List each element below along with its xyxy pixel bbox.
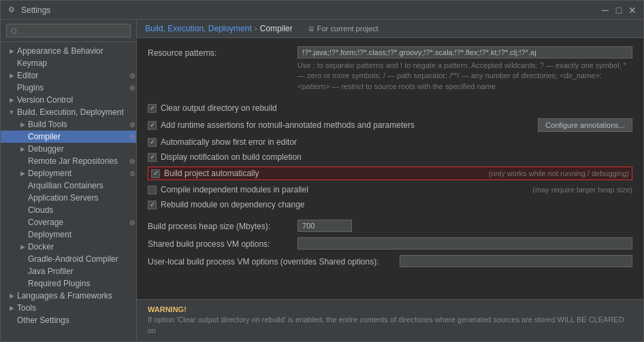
heap-size-label: Build process heap size (Mbytes):: [148, 220, 297, 231]
sidebar-item-app-servers[interactable]: Application Servers: [1, 192, 136, 204]
deployment-settings-btn[interactable]: ⚙: [129, 169, 136, 178]
maximize-button[interactable]: □: [613, 5, 624, 16]
for-current-project-label: For current project: [317, 24, 379, 33]
app-icon: ⚙: [6, 5, 17, 16]
checkbox-display-notification: Display notification on build completion: [148, 152, 632, 163]
sidebar-item-arquillian[interactable]: Arquillian Containers: [1, 179, 136, 192]
sidebar-item-build-tools[interactable]: Build Tools ⚙: [1, 118, 136, 131]
configure-annotations-button[interactable]: Configure annotations...: [538, 118, 632, 132]
panel-body: Resource patterns: Use ; to separate pat…: [137, 38, 643, 299]
sidebar-tree: Appearance & Behavior Keymap Editor ⚙ Pl…: [1, 42, 136, 341]
arrow-icon: [6, 48, 17, 54]
user-vm-control: [400, 255, 632, 267]
minimize-button[interactable]: ─: [600, 5, 611, 16]
breadcrumb: Build, Execution, Deployment › Compiler: [145, 24, 293, 33]
checkbox-add-runtime: Add runtime assertions for notnull-annot…: [148, 118, 632, 133]
sidebar-item-debugger[interactable]: Debugger: [1, 143, 136, 155]
remote-jar-settings-btn[interactable]: ⚙: [129, 157, 136, 166]
checkbox-rebuild-module: Rebuild module on dependency change: [148, 199, 632, 210]
sidebar-item-plugins[interactable]: Plugins ⚙: [1, 82, 136, 94]
checkbox-show-error-label: Automatically show first error in editor: [161, 137, 632, 147]
arrow-icon: [6, 72, 17, 79]
sidebar-item-required-plugins[interactable]: Required Plugins: [1, 277, 136, 290]
panel-header: Build, Execution, Deployment › Compiler …: [137, 20, 643, 38]
divider: [148, 97, 632, 103]
sidebar-item-coverage[interactable]: Coverage ⚙: [1, 216, 136, 228]
compile-parallel-note: (may require larger heap size): [532, 186, 632, 194]
sidebar-item-gradle-android[interactable]: Gradle-Android Compiler: [1, 253, 136, 265]
checkbox-add-runtime-label: Add runtime assertions for notnull-annot…: [161, 120, 528, 130]
checkbox-clear-output-input[interactable]: [148, 104, 157, 113]
resource-patterns-row: Resource patterns: Use ; to separate pat…: [148, 46, 632, 92]
sidebar-item-deployment2[interactable]: Deployment: [1, 228, 136, 241]
coverage-settings-btn[interactable]: ⚙: [129, 218, 136, 227]
plugins-settings-btn[interactable]: ⚙: [129, 84, 136, 92]
sidebar-item-editor[interactable]: Editor ⚙: [1, 69, 136, 82]
warning-box: WARNING! If option 'Clear output directo…: [137, 299, 643, 341]
sidebar-item-keymap[interactable]: Keymap: [1, 57, 136, 69]
settings-window: ⚙ Settings ─ □ ✕ Appearance & Behavior: [0, 0, 644, 342]
sidebar-item-version-control[interactable]: Version Control: [1, 94, 136, 106]
user-vm-row: User-local build process VM options (ove…: [148, 255, 632, 267]
sidebar-item-docker[interactable]: Docker: [1, 241, 136, 253]
shared-vm-label: Shared build process VM options:: [148, 237, 297, 249]
build-auto-note: (only works while not running / debuggin…: [489, 169, 629, 177]
arrow-icon: [17, 121, 28, 128]
main-content: Appearance & Behavior Keymap Editor ⚙ Pl…: [1, 20, 643, 341]
checkbox-display-notification-input[interactable]: [148, 153, 157, 162]
checkbox-build-auto-input[interactable]: [151, 169, 160, 178]
divider2: [148, 214, 632, 220]
sidebar: Appearance & Behavior Keymap Editor ⚙ Pl…: [1, 20, 137, 341]
user-vm-input[interactable]: [400, 255, 632, 267]
shared-vm-input[interactable]: [297, 237, 632, 250]
arrow-icon: [17, 243, 28, 250]
checkbox-build-auto: Build project automatically (only works …: [148, 167, 632, 180]
sidebar-item-compiler[interactable]: Compiler ⚙: [1, 131, 136, 143]
window-title: Settings: [21, 5, 50, 15]
project-icon: 🖥: [308, 25, 315, 33]
heap-size-input[interactable]: [297, 220, 352, 232]
shared-vm-control: [297, 237, 632, 250]
checkbox-clear-output: Clear output directory on rebuild: [148, 103, 632, 114]
search-input[interactable]: [6, 24, 131, 37]
arrow-icon: [6, 97, 17, 103]
checkbox-show-error-input[interactable]: [148, 138, 157, 147]
checkbox-rebuild-module-input[interactable]: [148, 201, 157, 209]
breadcrumb-parent[interactable]: Build, Execution, Deployment: [145, 24, 252, 33]
title-bar: ⚙ Settings ─ □ ✕: [1, 1, 643, 20]
arrow-icon: [17, 146, 28, 152]
arrow-icon: [6, 109, 17, 116]
checkbox-compile-parallel-label: Compile independent modules in parallel: [161, 185, 520, 194]
heap-size-control: [297, 220, 632, 232]
resource-patterns-input[interactable]: [297, 46, 632, 58]
sidebar-item-java-profiler[interactable]: Java Profiler: [1, 265, 136, 277]
checkbox-build-auto-label: Build project automatically: [164, 169, 477, 178]
sidebar-item-tools[interactable]: Tools: [1, 302, 136, 314]
arrow-icon: [6, 292, 17, 299]
sidebar-item-languages[interactable]: Languages & Frameworks: [1, 290, 136, 302]
sidebar-item-other-settings[interactable]: Other Settings: [1, 314, 136, 326]
checkbox-add-runtime-input[interactable]: [148, 121, 157, 130]
close-button[interactable]: ✕: [627, 5, 638, 16]
build-tools-settings-btn[interactable]: ⚙: [129, 120, 136, 129]
sidebar-item-appearance[interactable]: Appearance & Behavior: [1, 45, 136, 57]
for-current-project: 🖥 For current project: [308, 24, 379, 33]
breadcrumb-current: Compiler: [260, 24, 293, 33]
compiler-settings-btn[interactable]: ⚙: [129, 133, 136, 141]
breadcrumb-separator: ›: [255, 24, 257, 33]
arrow-icon: [6, 305, 17, 311]
arrow-icon: [17, 170, 28, 177]
checkbox-compile-parallel-input[interactable]: [148, 186, 157, 194]
sidebar-item-clouds[interactable]: Clouds: [1, 204, 136, 216]
checkbox-display-notification-label: Display notification on build completion: [161, 152, 632, 162]
heap-size-row: Build process heap size (Mbytes):: [148, 220, 632, 232]
checkbox-rebuild-module-label: Rebuild module on dependency change: [161, 200, 632, 209]
sidebar-item-remote-jar[interactable]: Remote Jar Repositories ⚙: [1, 155, 136, 167]
sidebar-item-build-exec[interactable]: Build, Execution, Deployment: [1, 106, 136, 118]
warning-title: WARNING!: [148, 305, 632, 313]
checkbox-show-error: Automatically show first error in editor: [148, 137, 632, 148]
resource-patterns-control: Use ; to separate patterns and ! to nega…: [297, 46, 632, 92]
sidebar-item-deployment[interactable]: Deployment ⚙: [1, 167, 136, 179]
editor-settings-btn[interactable]: ⚙: [129, 71, 136, 80]
checkbox-compile-parallel: Compile independent modules in parallel …: [148, 184, 632, 195]
